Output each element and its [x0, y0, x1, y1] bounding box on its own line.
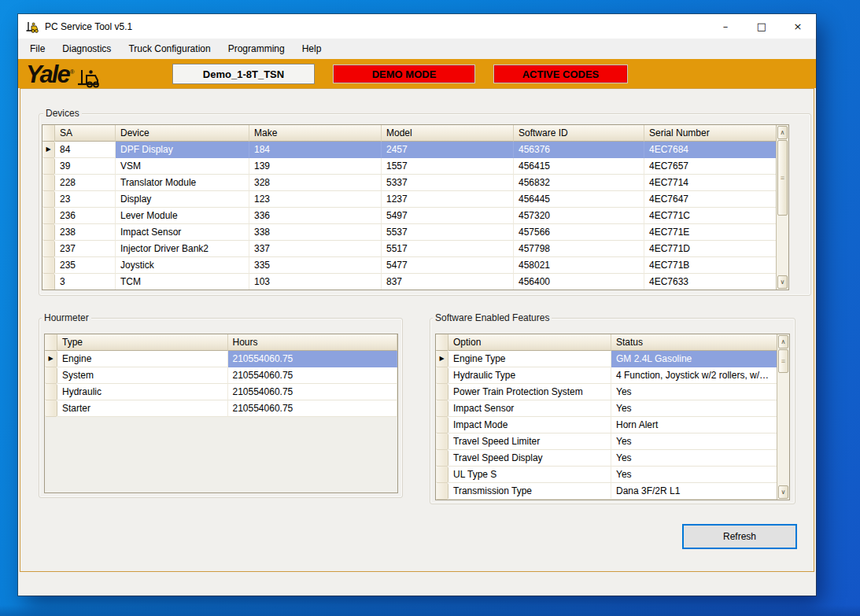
row-selector[interactable]: [436, 367, 448, 384]
cell[interactable]: DPF Display: [116, 142, 249, 158]
column-header-make[interactable]: Make: [249, 125, 382, 142]
table-row[interactable]: ▶84DPF Display18424574563764EC7684: [42, 142, 788, 158]
row-selector[interactable]: [436, 384, 448, 400]
table-row[interactable]: Power Train Protection SystemYes: [436, 384, 789, 400]
menu-programming[interactable]: Programming: [220, 39, 293, 59]
row-selector[interactable]: [42, 257, 55, 274]
scroll-up-button[interactable]: ∧: [778, 335, 788, 349]
row-selector[interactable]: [42, 224, 55, 241]
cell[interactable]: Yes: [611, 467, 777, 483]
cell[interactable]: 456832: [514, 175, 644, 191]
devices-vertical-scrollbar[interactable]: ∧ ≡ ∨: [776, 125, 788, 290]
scrollbar-thumb[interactable]: ≡: [778, 349, 788, 373]
cell[interactable]: 237: [55, 241, 116, 257]
cell[interactable]: Power Train Protection System: [448, 384, 611, 400]
table-row[interactable]: UL Type SYes: [436, 467, 789, 483]
cell[interactable]: 4EC7633: [644, 274, 777, 290]
cell[interactable]: 456376: [514, 142, 644, 158]
cell[interactable]: 457798: [514, 241, 644, 257]
cell[interactable]: 2457: [382, 142, 514, 158]
row-selector[interactable]: ▶: [42, 142, 55, 158]
cell[interactable]: 210554060.75: [228, 367, 398, 384]
row-selector[interactable]: [436, 467, 448, 483]
cell[interactable]: Horn Alert: [611, 417, 777, 433]
cell[interactable]: 23: [55, 191, 116, 208]
table-row[interactable]: 235Joystick33554774580214EC771B: [42, 257, 788, 274]
row-selector[interactable]: [436, 400, 448, 417]
cell[interactable]: VSM: [116, 158, 249, 175]
cell[interactable]: Impact Sensor: [448, 400, 611, 417]
cell[interactable]: 837: [382, 274, 514, 290]
cell[interactable]: 457320: [514, 208, 644, 224]
table-row[interactable]: System210554060.75: [45, 367, 397, 384]
scroll-down-button[interactable]: ∨: [777, 275, 788, 289]
cell[interactable]: 210554060.75: [228, 400, 398, 417]
table-row[interactable]: ▶Engine TypeGM 2.4L Gasoline: [436, 351, 789, 367]
cell[interactable]: 458021: [514, 257, 644, 274]
cell[interactable]: 84: [55, 142, 116, 158]
column-header-software-id[interactable]: Software ID: [514, 125, 644, 142]
cell[interactable]: Translator Module: [116, 175, 249, 191]
table-row[interactable]: Impact SensorYes: [436, 400, 789, 417]
row-selector[interactable]: [436, 483, 448, 500]
cell[interactable]: Joystick: [116, 257, 249, 274]
cell[interactable]: Transmission Type: [448, 483, 611, 500]
menu-diagnostics[interactable]: Diagnostics: [54, 39, 120, 59]
cell[interactable]: 4EC771D: [644, 241, 777, 257]
grid-corner[interactable]: [42, 125, 55, 142]
cell[interactable]: Travel Speed Display: [448, 450, 611, 467]
cell[interactable]: Yes: [611, 450, 777, 467]
active-codes-button[interactable]: ACTIVE CODES: [493, 65, 628, 83]
minimize-button[interactable]: –: [707, 14, 744, 39]
row-selector[interactable]: [42, 158, 55, 175]
column-header-type[interactable]: Type: [57, 334, 228, 351]
cell[interactable]: 235: [55, 257, 116, 274]
table-row[interactable]: Travel Speed LimiterYes: [436, 433, 789, 450]
cell[interactable]: 39: [55, 158, 116, 175]
column-header-model[interactable]: Model: [382, 125, 514, 142]
scroll-up-button[interactable]: ∧: [777, 126, 788, 139]
cell[interactable]: 5497: [382, 208, 514, 224]
cell[interactable]: Display: [116, 191, 249, 208]
close-button[interactable]: ×: [780, 14, 816, 39]
cell[interactable]: 4EC771E: [644, 224, 777, 241]
cell[interactable]: 4EC771C: [644, 208, 777, 224]
cell[interactable]: Hydraulic Type: [448, 367, 611, 384]
grid-corner[interactable]: [45, 334, 57, 351]
cell[interactable]: 4EC7714: [644, 175, 777, 191]
row-selector[interactable]: [42, 175, 55, 191]
cell[interactable]: Impact Mode: [448, 417, 611, 433]
cell[interactable]: 4EC771B: [644, 257, 777, 274]
cell[interactable]: 228: [55, 175, 116, 191]
table-row[interactable]: ▶Engine210554060.75: [45, 351, 397, 367]
cell[interactable]: Engine Type: [448, 351, 611, 367]
row-selector[interactable]: [436, 433, 448, 450]
table-row[interactable]: Hydraulic210554060.75: [45, 384, 397, 400]
table-row[interactable]: Starter210554060.75: [45, 400, 397, 417]
cell[interactable]: 4EC7657: [644, 158, 777, 175]
cell[interactable]: 123: [249, 191, 382, 208]
table-row[interactable]: 39VSM13915574564154EC7657: [42, 158, 788, 175]
cell[interactable]: 210554060.75: [228, 351, 398, 367]
cell[interactable]: 4 Function, Joystick w/2 rollers, w/Aux …: [611, 367, 777, 384]
table-row[interactable]: 236Lever Module33654974573204EC771C: [42, 208, 788, 224]
cell[interactable]: 184: [249, 142, 382, 158]
row-selector[interactable]: [45, 367, 57, 384]
title-bar[interactable]: PC Service Tool v5.1 – □ ×: [18, 14, 816, 39]
row-selector[interactable]: [42, 208, 55, 224]
cell[interactable]: GM 2.4L Gasoline: [611, 351, 777, 367]
row-selector[interactable]: ▶: [45, 351, 57, 367]
column-header-sa[interactable]: SA: [55, 125, 116, 142]
cell[interactable]: 103: [249, 274, 382, 290]
table-row[interactable]: Impact ModeHorn Alert: [436, 417, 789, 433]
cell[interactable]: 457566: [514, 224, 644, 241]
menu-truck-configuration[interactable]: Truck Configuration: [120, 39, 219, 59]
cell[interactable]: Impact Sensor: [116, 224, 249, 241]
table-row[interactable]: 237Injector Driver Bank233755174577984EC…: [42, 241, 788, 257]
row-selector[interactable]: [45, 384, 57, 400]
column-header-option[interactable]: Option: [448, 334, 611, 351]
cell[interactable]: Engine: [57, 351, 228, 367]
cell[interactable]: 238: [55, 224, 116, 241]
cell[interactable]: 5517: [382, 241, 514, 257]
cell[interactable]: 3: [55, 274, 116, 290]
